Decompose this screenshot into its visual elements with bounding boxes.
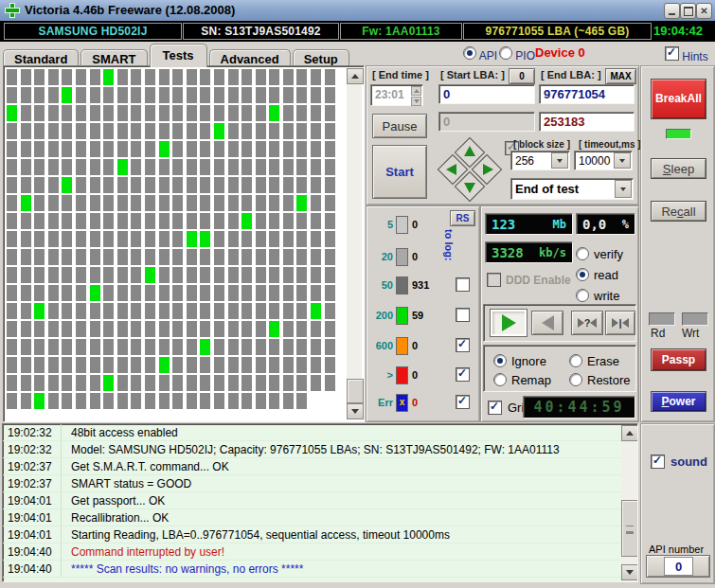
radio-read[interactable]: read (576, 264, 623, 285)
scan-block (256, 87, 266, 103)
hints-checkbox[interactable]: Hints (665, 46, 708, 63)
scan-block (269, 159, 279, 175)
to-log-checkbox-50[interactable] (456, 277, 470, 292)
api-radio[interactable]: API (463, 46, 497, 62)
radio-circle[interactable] (569, 373, 582, 386)
scan-block (103, 249, 114, 265)
radio-circle[interactable] (493, 354, 507, 367)
start-lba-input[interactable]: 0 (438, 84, 535, 104)
max-lba-button[interactable]: MAX (605, 68, 636, 84)
radio-circle[interactable] (576, 289, 589, 302)
scan-block (214, 321, 224, 337)
radio-write[interactable]: write (576, 285, 623, 306)
scroll-up-icon[interactable] (621, 425, 638, 441)
latency-color-block (396, 248, 408, 266)
radio-remap[interactable]: Remap (493, 369, 569, 390)
direction-pad[interactable] (437, 136, 503, 203)
radio-restore[interactable]: Restore (569, 369, 635, 390)
minimize-button[interactable] (664, 3, 680, 19)
dropdown-arrow-icon[interactable] (614, 152, 631, 169)
radio-circle[interactable] (576, 247, 589, 260)
end-lba-input[interactable]: 976771054 (539, 84, 635, 104)
radio-verify[interactable]: verify (576, 243, 623, 264)
to-log-checkbox-200[interactable] (456, 308, 470, 322)
grid-checkbox-box[interactable] (488, 401, 502, 415)
scan-block (325, 87, 335, 103)
power-button[interactable]: Power (651, 391, 706, 412)
scan-block (241, 231, 252, 247)
hints-checkbox-box[interactable] (665, 46, 679, 61)
step-button[interactable]: | (605, 311, 635, 335)
scan-block (296, 357, 307, 373)
scan-block (76, 393, 86, 409)
block-size-select[interactable]: 256 (510, 151, 570, 170)
radio-erase[interactable]: Erase (569, 350, 635, 371)
radio-ignore[interactable]: Ignore (493, 350, 569, 371)
seek-error-button[interactable]: ? (571, 311, 603, 335)
scan-block (159, 69, 170, 85)
scroll-down-icon[interactable] (621, 564, 638, 580)
radio-circle[interactable] (569, 354, 582, 367)
end-time-spin-buttons[interactable] (411, 86, 421, 102)
end-action-select[interactable]: End of test (510, 178, 634, 200)
start-lba-zero-button[interactable]: 0 (509, 68, 535, 84)
scan-block (172, 231, 183, 247)
scan-block (214, 339, 224, 355)
pio-radio-circle[interactable] (499, 46, 512, 60)
clock: 19:04:42 (653, 24, 703, 38)
recall-button[interactable]: Recall (651, 201, 706, 222)
current-lba-input[interactable]: 253183 (539, 112, 635, 132)
end-time-spinner[interactable]: 23:01 (370, 84, 423, 106)
radio-circle[interactable] (493, 373, 507, 386)
to-log-checkbox->[interactable] (456, 367, 470, 382)
timeout-select[interactable]: 10000 (574, 151, 633, 170)
start-button[interactable]: Start (372, 145, 427, 199)
latency-count: 0 (412, 251, 418, 262)
play-button[interactable] (490, 309, 527, 337)
sound-checkbox-box[interactable] (651, 454, 665, 469)
api-number-spinner[interactable]: 0 (646, 555, 710, 578)
pio-radio[interactable]: PIO (499, 46, 535, 62)
scan-block (62, 195, 72, 211)
scan-block (21, 375, 31, 391)
latency-label: 5 (370, 219, 393, 230)
grid-scrollbar[interactable] (347, 68, 362, 419)
latency-label: > (370, 369, 393, 381)
scan-block (311, 177, 321, 193)
radio-circle[interactable] (576, 268, 589, 281)
scroll-up-icon[interactable] (347, 68, 364, 84)
dropdown-arrow-icon[interactable] (615, 180, 632, 198)
scan-block (7, 393, 17, 409)
tab-tests[interactable]: Tests (150, 44, 207, 67)
scan-block-green (200, 231, 210, 247)
scan-block (131, 321, 141, 337)
back-button[interactable] (531, 311, 563, 335)
sleep-button[interactable]: Sleep (651, 158, 706, 179)
radio-label: read (594, 268, 618, 282)
latency-count: 0 (412, 397, 418, 408)
close-button[interactable]: ✕ (696, 3, 712, 19)
sound-toggle[interactable]: sound (651, 454, 707, 469)
dropdown-arrow-icon[interactable] (551, 152, 568, 169)
grid-scrollbar-thumb[interactable] (347, 379, 364, 403)
to-log-label: to log: (443, 229, 455, 261)
scan-block (21, 87, 31, 103)
break-all-button[interactable]: Break All (651, 79, 706, 119)
latency-count: 931 (412, 279, 429, 291)
scan-block (228, 87, 239, 103)
rs-button[interactable]: RS (450, 210, 475, 226)
pause-button[interactable]: Pause (372, 114, 427, 138)
title-bar[interactable]: Victoria 4.46b Freeware (12.08.2008) ✕ (0, 0, 715, 21)
to-log-checkbox-600[interactable] (456, 338, 470, 352)
scan-block (131, 339, 141, 355)
api-radio-circle[interactable] (463, 46, 476, 60)
log-time: 19:02:37 (3, 475, 62, 491)
log-scrollbar-thumb[interactable] (621, 500, 638, 557)
scroll-down-icon[interactable] (347, 403, 364, 419)
to-log-checkbox-Err[interactable] (456, 395, 470, 409)
log-scrollbar[interactable] (621, 425, 636, 580)
passport-button[interactable]: Passp (651, 348, 706, 371)
scan-block (325, 249, 335, 265)
scan-block (325, 303, 335, 319)
maximize-button[interactable] (680, 3, 696, 19)
